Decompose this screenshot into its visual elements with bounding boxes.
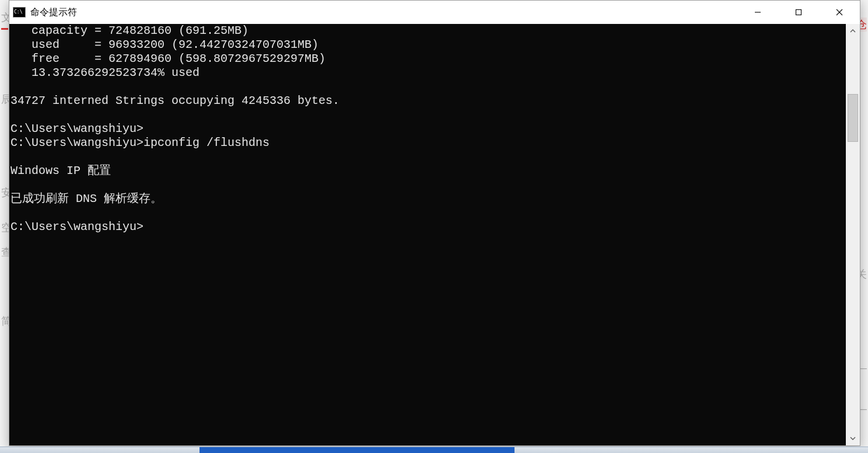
terminal-line: 已成功刷新 DNS 解析缓存。: [10, 192, 846, 206]
close-button[interactable]: [819, 1, 860, 24]
terminal-line: free = 627894960 (598.8072967529297MB): [10, 52, 846, 66]
terminal-line: C:\Users\wangshiyu>: [10, 122, 846, 136]
terminal-line: capacity = 724828160 (691.25MB): [10, 24, 846, 38]
cmd-icon: C:\: [13, 7, 26, 18]
terminal-area: capacity = 724828160 (691.25MB) used = 9…: [9, 24, 860, 445]
taskbar[interactable]: [0, 447, 868, 453]
window-controls: [737, 1, 860, 24]
terminal-line: [10, 150, 846, 164]
window-title: 命令提示符: [30, 6, 77, 19]
terminal-line: used = 96933200 (92.44270324707031MB): [10, 38, 846, 52]
svg-rect-3: [796, 10, 802, 15]
svg-text:C:\: C:\: [14, 9, 23, 15]
terminal-line: [10, 206, 846, 220]
scroll-down-arrow-icon[interactable]: [846, 431, 860, 445]
terminal-line: [10, 108, 846, 122]
minimize-button[interactable]: [737, 1, 778, 24]
terminal-line: Windows IP 配置: [10, 164, 846, 178]
vertical-scrollbar[interactable]: [846, 24, 860, 445]
terminal-line: 13.373266292523734% used: [10, 66, 846, 80]
terminal-line: C:\Users\wangshiyu>: [10, 220, 846, 234]
cmd-window: C:\ 命令提示符 capacity = 724828160 (691.25MB…: [9, 0, 860, 446]
titlebar[interactable]: C:\ 命令提示符: [9, 1, 860, 24]
scroll-thumb[interactable]: [848, 94, 858, 142]
terminal-line: 34727 interned Strings occupying 4245336…: [10, 94, 846, 108]
bg-red-stripe: [1, 28, 8, 30]
scroll-up-arrow-icon[interactable]: [846, 24, 860, 38]
terminal-line: [10, 178, 846, 192]
taskbar-active-item[interactable]: [200, 447, 514, 453]
terminal-line: [10, 80, 846, 94]
maximize-button[interactable]: [778, 1, 819, 24]
terminal-line: C:\Users\wangshiyu>ipconfig /flushdns: [10, 136, 846, 150]
terminal-output[interactable]: capacity = 724828160 (691.25MB) used = 9…: [9, 24, 846, 445]
